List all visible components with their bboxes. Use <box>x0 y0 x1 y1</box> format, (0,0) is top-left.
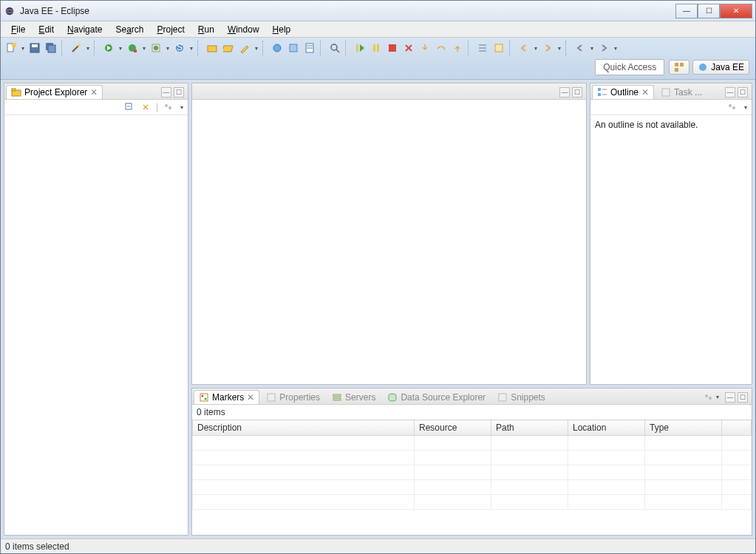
step-return-icon[interactable] <box>451 41 464 55</box>
minimize-view-button[interactable]: — <box>725 392 735 403</box>
markers-view-menu-icon[interactable] <box>703 391 715 403</box>
outline-view: Outline ✕ Task ... — ☐ ▾ An outline is n… <box>590 83 752 385</box>
col-resource[interactable]: Resource <box>415 420 491 436</box>
minimize-editor-button[interactable]: — <box>559 87 570 98</box>
menu-window[interactable]: Window <box>222 23 265 36</box>
data-source-explorer-tab[interactable]: Data Source Explorer <box>382 390 491 404</box>
save-icon[interactable] <box>28 41 41 55</box>
open-project-icon[interactable] <box>222 41 235 55</box>
minimize-button[interactable]: — <box>675 4 698 18</box>
menu-search[interactable]: Search <box>109 23 149 36</box>
snippets-tab[interactable]: Snippets <box>492 390 551 404</box>
dse-icon <box>387 392 398 403</box>
col-location[interactable]: Location <box>568 420 645 436</box>
minimize-view-button[interactable]: — <box>725 87 735 98</box>
new-icon[interactable] <box>4 41 18 55</box>
new-dropdown[interactable]: ▾ <box>20 45 26 52</box>
jsp-icon[interactable] <box>287 41 300 55</box>
disconnect-icon[interactable] <box>402 41 415 55</box>
markers-table[interactable]: Description Resource Path Location Type <box>192 420 752 510</box>
markers-dropdown[interactable]: ▾ <box>715 394 721 400</box>
maximize-view-button[interactable]: ☐ <box>738 87 748 98</box>
open-perspective-button[interactable] <box>669 60 689 75</box>
maximize-editor-button[interactable]: ☐ <box>572 87 582 98</box>
globe-icon[interactable] <box>270 41 284 55</box>
markers-count: 0 items <box>192 405 752 420</box>
svg-rect-25 <box>373 44 375 52</box>
outline-dropdown[interactable]: ▾ <box>743 104 749 111</box>
outline-tab[interactable]: Outline ✕ <box>592 85 654 99</box>
maximize-view-button[interactable]: ☐ <box>174 87 184 98</box>
table-row[interactable] <box>193 465 752 480</box>
svg-rect-32 <box>675 63 678 66</box>
svg-point-41 <box>168 106 171 109</box>
stop-icon[interactable] <box>386 41 399 55</box>
task-tab[interactable]: Task ... <box>655 85 707 99</box>
run-last-icon[interactable] <box>149 41 163 55</box>
menu-edit[interactable]: Edit <box>33 23 60 36</box>
link-editor-icon[interactable] <box>140 101 151 113</box>
edit-icon[interactable] <box>238 41 251 55</box>
step-over-icon[interactable] <box>435 41 448 55</box>
task-icon[interactable] <box>492 41 505 55</box>
debug-icon[interactable] <box>102 41 115 55</box>
quick-access-input[interactable]: Quick Access <box>595 59 664 75</box>
table-row[interactable] <box>193 480 752 495</box>
close-button[interactable]: ✕ <box>720 4 752 18</box>
col-path[interactable]: Path <box>491 420 568 436</box>
table-row[interactable] <box>193 451 752 465</box>
markers-tab[interactable]: Markers ✕ <box>194 390 259 404</box>
step-into-icon[interactable] <box>418 41 432 55</box>
maximize-view-button[interactable]: ☐ <box>738 392 748 403</box>
new-project-icon[interactable] <box>205 41 219 55</box>
svg-point-13 <box>154 46 158 50</box>
resume-icon[interactable] <box>353 41 367 55</box>
sheet-icon[interactable] <box>303 41 316 55</box>
svg-rect-52 <box>268 394 275 401</box>
back-icon[interactable] <box>573 41 587 55</box>
editor-body[interactable] <box>192 100 586 384</box>
svg-point-35 <box>699 64 706 71</box>
wand-icon[interactable] <box>69 41 83 55</box>
close-tab-icon[interactable]: ✕ <box>247 392 254 403</box>
run-icon[interactable] <box>126 41 139 55</box>
maximize-button[interactable]: ☐ <box>698 4 720 18</box>
eclipse-icon <box>4 5 16 17</box>
next-annotation-icon[interactable] <box>541 41 554 55</box>
search-icon[interactable] <box>328 41 341 55</box>
task-list-icon[interactable] <box>476 41 489 55</box>
menu-help[interactable]: Help <box>267 23 297 36</box>
svg-point-47 <box>729 104 732 107</box>
close-tab-icon[interactable]: ✕ <box>641 87 649 98</box>
table-row[interactable] <box>193 495 752 510</box>
server-icon[interactable]: S <box>173 41 186 55</box>
view-menu-icon[interactable] <box>163 101 174 113</box>
forward-icon[interactable] <box>597 41 610 55</box>
collapse-all-icon[interactable] <box>123 101 135 113</box>
col-type[interactable]: Type <box>645 420 722 436</box>
menu-navigate[interactable]: Navigate <box>61 23 108 36</box>
save-all-icon[interactable] <box>44 41 58 55</box>
project-explorer-toolbar: | ▾ <box>4 100 188 115</box>
properties-tab[interactable]: Properties <box>261 390 325 404</box>
status-bar: 0 items selected <box>1 538 755 553</box>
wand-dropdown[interactable]: ▾ <box>85 45 91 52</box>
outline-view-menu-icon[interactable] <box>726 101 738 113</box>
menu-project[interactable]: Project <box>151 23 190 36</box>
pause-icon[interactable] <box>370 41 383 55</box>
close-tab-icon[interactable]: ✕ <box>90 87 98 98</box>
view-menu-dropdown[interactable]: ▾ <box>179 104 185 111</box>
table-row[interactable] <box>193 436 752 451</box>
minimize-view-button[interactable]: — <box>161 87 171 98</box>
col-description[interactable]: Description <box>193 420 415 436</box>
svg-rect-37 <box>12 89 16 91</box>
menu-run[interactable]: Run <box>192 23 220 36</box>
project-explorer-body[interactable] <box>4 115 188 535</box>
perspective-javaee[interactable]: Java EE <box>692 60 749 75</box>
svg-rect-18 <box>290 44 297 52</box>
svg-point-8 <box>78 44 81 47</box>
servers-tab[interactable]: Servers <box>327 390 381 404</box>
prev-annotation-icon[interactable] <box>517 41 531 55</box>
project-explorer-tab[interactable]: Project Explorer ✕ <box>6 85 103 99</box>
menu-file[interactable]: File <box>5 23 31 36</box>
